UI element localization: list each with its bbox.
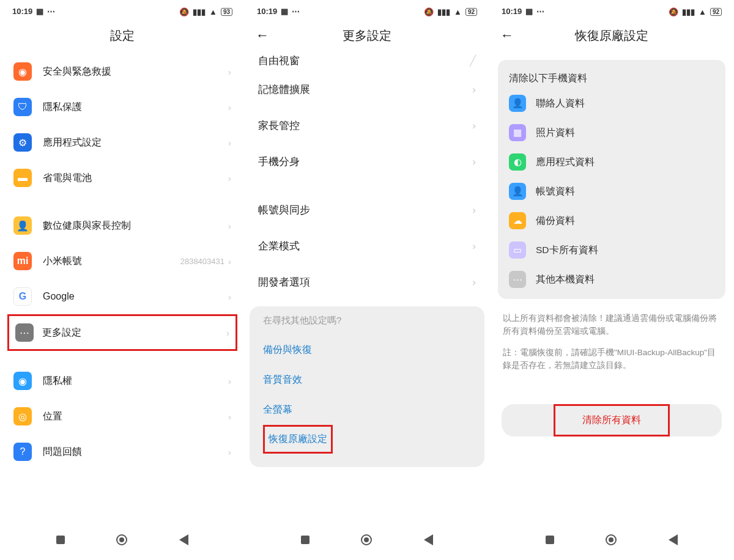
- battery-icon: 93: [221, 8, 232, 16]
- back-button[interactable]: [424, 534, 433, 545]
- data-apps: ◐ 應用程式資料: [498, 147, 725, 177]
- chevron-right-icon: ›: [472, 204, 476, 216]
- row-privacy[interactable]: ◉ 隱私權 ›: [0, 363, 245, 399]
- other-settings-card: 在尋找其他設定嗎? 備份與恢復 音質音效 全螢幕 恢復原廠設定: [250, 306, 484, 467]
- row-label: 安全與緊急救援: [43, 65, 228, 78]
- row-apps[interactable]: ⚙ 應用程式設定 ›: [0, 125, 245, 160]
- home-button[interactable]: [116, 534, 127, 545]
- location-pin-icon: ◎: [13, 407, 32, 426]
- data-label: 照片資料: [536, 127, 575, 139]
- header: 設定: [0, 17, 245, 54]
- status-bar: 10:19 ▦ 🔕 ▮▮▮ ▲ 93: [0, 0, 245, 17]
- data-photos: ▦ 照片資料: [498, 118, 725, 147]
- status-time: 10:19: [12, 7, 32, 16]
- status-bar: 10:19 ▦ 🔕 ▮▮▮ ▲ 92: [489, 0, 734, 17]
- page-title: 更多設定: [343, 28, 391, 44]
- mute-icon: 🔕: [669, 8, 678, 16]
- data-label: 帳號資料: [536, 185, 575, 198]
- recents-button[interactable]: [56, 536, 65, 544]
- card-title: 清除以下手機資料: [498, 66, 725, 89]
- chevron-right-icon: ›: [228, 138, 231, 148]
- chevron-right-icon: ›: [472, 240, 476, 252]
- row-google[interactable]: G Google ›: [0, 279, 245, 314]
- chevron-right-icon: ›: [228, 256, 231, 267]
- eye-icon: ◉: [13, 372, 32, 390]
- back-arrow-icon[interactable]: ←: [256, 28, 269, 43]
- backup-icon: ☁: [509, 212, 526, 229]
- erase-all-data-button[interactable]: 清除所有資料: [502, 404, 722, 437]
- link-fullscreen[interactable]: 全螢幕: [263, 395, 471, 425]
- row-mi-account[interactable]: mi 小米帳號 2838403431 ›: [0, 243, 245, 279]
- calendar-icon: ▦: [281, 7, 288, 15]
- data-label: 應用程式資料: [536, 156, 595, 169]
- data-label: 其他本機資料: [536, 273, 595, 286]
- chevron-right-icon: ›: [472, 156, 476, 168]
- gear-icon: ⚙: [13, 133, 32, 152]
- link-backup-restore[interactable]: 備份與恢復: [263, 335, 471, 365]
- more-icon: [536, 7, 544, 16]
- row-memory-extension[interactable]: 記憶體擴展 ›: [245, 72, 489, 108]
- chevron-right-icon: ›: [228, 221, 231, 231]
- row-more-settings[interactable]: ⋯ 更多設定 ›: [7, 314, 237, 351]
- recents-button[interactable]: [546, 536, 554, 544]
- row-parental-controls[interactable]: 家長管控 ›: [245, 108, 489, 144]
- row-freeform[interactable]: 自由視窗 ╱: [245, 54, 489, 72]
- row-label: 家長管控: [258, 119, 300, 133]
- link-sound-effects[interactable]: 音質音效: [263, 365, 471, 395]
- navigation-bar: [0, 526, 245, 560]
- row-battery[interactable]: ▬ 省電與電池 ›: [0, 160, 245, 196]
- row-location[interactable]: ◎ 位置 ›: [0, 399, 245, 434]
- chevron-right-icon: ›: [228, 102, 231, 112]
- chevron-right-icon: ╱: [470, 54, 476, 67]
- chevron-right-icon: ›: [228, 67, 231, 77]
- photos-icon: ▦: [509, 124, 526, 141]
- row-label: 帳號與同步: [258, 203, 310, 217]
- back-button[interactable]: [669, 534, 678, 545]
- mi-logo-icon: mi: [13, 252, 32, 270]
- signal-icon: ▮▮▮: [437, 8, 450, 16]
- chevron-right-icon: ›: [472, 276, 476, 289]
- mute-icon: 🔕: [179, 8, 189, 16]
- home-button[interactable]: [361, 534, 372, 545]
- row-enterprise-mode[interactable]: 企業模式 ›: [245, 228, 489, 264]
- search-hint: 在尋找其他設定嗎?: [263, 315, 471, 326]
- signal-icon: ▮▮▮: [193, 8, 206, 16]
- ellipsis-icon: ⋯: [15, 323, 34, 342]
- row-label: 應用程式設定: [43, 136, 228, 149]
- person-icon: 👤: [13, 216, 32, 235]
- ellipsis-icon: ⋯: [509, 271, 526, 288]
- back-button[interactable]: [179, 534, 188, 545]
- row-label: 隱私權: [43, 375, 228, 388]
- more-icon: [292, 7, 300, 16]
- warning-text-1: 以上所有資料都會被清除！建議通過雲備份或電腦備份將所有資料備份至雲端或電腦。: [489, 305, 734, 345]
- row-accounts-sync[interactable]: 帳號與同步 ›: [245, 192, 489, 228]
- chevron-right-icon: ›: [472, 120, 476, 132]
- row-label: 記憶體擴展: [258, 83, 310, 97]
- calendar-icon: ▦: [525, 7, 533, 15]
- settings-screen: 10:19 ▦ 🔕 ▮▮▮ ▲ 93 設定 ◉ 安全與緊急救援 › 🛡 隱私保護…: [0, 0, 245, 560]
- row-feedback[interactable]: ? 問題回饋 ›: [0, 434, 245, 470]
- link-factory-reset[interactable]: 恢復原廠設定: [267, 430, 328, 448]
- question-icon: ?: [13, 443, 32, 461]
- row-label: 企業模式: [258, 239, 300, 253]
- chevron-right-icon: ›: [228, 173, 231, 183]
- row-privacy-protection[interactable]: 🛡 隱私保護 ›: [0, 89, 245, 125]
- row-label: 隱私保護: [43, 101, 228, 114]
- row-second-space[interactable]: 手機分身 ›: [245, 144, 489, 180]
- data-contacts: 👤 聯絡人資料: [498, 89, 725, 118]
- wifi-icon: ▲: [699, 8, 706, 16]
- data-backup: ☁ 備份資料: [498, 206, 725, 235]
- calendar-icon: ▦: [36, 7, 43, 15]
- row-safety[interactable]: ◉ 安全與緊急救援 ›: [0, 54, 245, 89]
- status-bar: 10:19 ▦ 🔕 ▮▮▮ ▲ 92: [245, 0, 489, 17]
- row-label: 開發者選項: [258, 275, 310, 289]
- battery-icon: ▬: [13, 169, 32, 187]
- row-developer-options[interactable]: 開發者選項 ›: [245, 264, 489, 300]
- more-settings-screen: 10:19 ▦ 🔕 ▮▮▮ ▲ 92 ← 更多設定 自由視窗 ╱ 記憶體擴展 ›…: [245, 0, 489, 560]
- home-button[interactable]: [606, 534, 617, 545]
- highlight-erase-button: [554, 404, 670, 437]
- recents-button[interactable]: [301, 536, 310, 544]
- row-digital-wellbeing[interactable]: 👤 數位健康與家長控制 ›: [0, 208, 245, 243]
- battery-icon: 92: [710, 8, 722, 16]
- back-arrow-icon[interactable]: ←: [500, 28, 514, 43]
